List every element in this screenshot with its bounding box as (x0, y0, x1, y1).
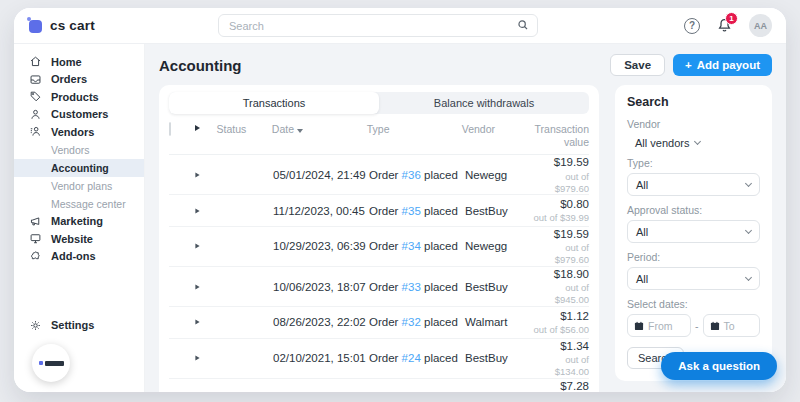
content-header: Accounting Save + Add payout (159, 54, 772, 76)
avatar[interactable]: AA (749, 14, 772, 37)
date-from-input[interactable]: From (627, 314, 691, 337)
period-label: Period: (627, 251, 760, 263)
tabbar: Transactions Balance withdrawals (169, 92, 589, 114)
row-value-sub: out of $945.00 (529, 282, 589, 306)
row-value-sub: out of $39.99 (529, 212, 589, 224)
sidebar-item-orders[interactable]: Orders (14, 71, 144, 89)
type-select[interactable]: All (627, 173, 760, 196)
order-link[interactable]: #36 (402, 169, 421, 181)
row-type: Order #35 placed (369, 205, 465, 217)
col-date[interactable]: Date (272, 123, 367, 135)
col-type[interactable]: Type (367, 123, 462, 135)
marketing-icon (28, 215, 42, 228)
save-button[interactable]: Save (610, 54, 665, 76)
table-row[interactable]: 05/01/2024, 21:49 Order #36 placed Neweg… (169, 155, 589, 195)
row-value: $7.28 (529, 379, 589, 392)
ask-a-question-button[interactable]: Ask a question (661, 352, 777, 380)
settings-gear-icon (28, 319, 42, 332)
sidebar-item-vendors[interactable]: Vendors (14, 123, 144, 141)
expand-row-icon[interactable] (195, 356, 199, 361)
table-row[interactable]: 08/26/2023, 22:02 Order #32 placed Walma… (169, 307, 589, 339)
approval-status-label: Approval status: (627, 204, 760, 216)
sidebar-item-website[interactable]: Website (14, 230, 144, 248)
badge-logo-bar (45, 361, 64, 366)
dates-separator: - (695, 320, 699, 332)
col-status[interactable]: Status (216, 123, 271, 135)
tab-balance-withdrawals[interactable]: Balance withdrawals (379, 92, 589, 114)
row-value: $19.59 (529, 155, 589, 169)
vendors-icon (28, 125, 42, 138)
sidebar-item-products[interactable]: Products (14, 88, 144, 106)
expand-row-icon[interactable] (195, 244, 199, 249)
row-value: $18.90 (529, 267, 589, 281)
sidebar-item-label: Settings (51, 319, 94, 331)
add-payout-button[interactable]: + Add payout (673, 54, 772, 76)
row-date: 02/10/2021, 15:01 (273, 352, 369, 364)
table-row[interactable]: 10/29/2023, 06:39 Order #34 placed Neweg… (169, 227, 589, 267)
vendor-dropdown[interactable]: All vendors (627, 137, 760, 149)
col-vendor[interactable]: Vendor (462, 123, 525, 135)
expand-row-icon[interactable] (195, 208, 199, 213)
row-type: Order #24 placed (369, 352, 465, 364)
badge-logo-icon (39, 361, 43, 365)
date-to-input[interactable]: To (703, 314, 760, 337)
row-date: 08/26/2023, 22:02 (273, 316, 369, 328)
table-row[interactable]: 11/12/2023, 00:45 Order #35 placed BestB… (169, 195, 589, 227)
order-link[interactable]: #35 (402, 205, 421, 217)
sidebar-item-label: Vendors (51, 126, 94, 138)
search-panel-title: Search (627, 95, 760, 109)
transactions-card: Transactions Balance withdrawals Status … (159, 85, 599, 392)
cs-cart-logo[interactable]: cs cart (28, 18, 218, 33)
row-value: $0.80 (529, 197, 589, 211)
col-transaction-value[interactable]: Transaction value (525, 123, 589, 149)
sidebar-subitem-message-center[interactable]: Message center (14, 195, 144, 213)
expand-row-icon[interactable] (195, 172, 199, 177)
table-row[interactable]: 02/10/2021, 15:01 Order #24 placed BestB… (169, 339, 589, 379)
order-link[interactable]: #34 (402, 240, 421, 252)
sidebar-item-marketing[interactable]: Marketing (14, 213, 144, 231)
sidebar-item-home[interactable]: Home (14, 53, 144, 71)
select-dates-label: Select dates: (627, 298, 760, 310)
sidebar: Home Orders Products (14, 44, 145, 392)
sidebar-subitem-accounting[interactable]: Accounting (14, 159, 144, 177)
calendar-icon (710, 321, 720, 331)
select-all-checkbox[interactable] (169, 122, 171, 136)
row-vendor: BestBuy (465, 352, 529, 364)
order-link[interactable]: #24 (402, 352, 421, 364)
sidebar-item-label: Customers (51, 108, 108, 120)
page-title: Accounting (159, 57, 242, 74)
order-link[interactable]: #33 (402, 281, 421, 293)
period-select[interactable]: All (627, 267, 760, 290)
sidebar-item-addons[interactable]: Add-ons (14, 248, 144, 266)
sidebar-item-label: Products (51, 91, 99, 103)
table-row[interactable]: 10/06/2023, 18:07 Order #33 placed BestB… (169, 267, 589, 307)
notifications-button[interactable]: 1 (716, 17, 733, 34)
sidebar-item-settings[interactable]: Settings (14, 317, 144, 335)
row-type: Order #33 placed (369, 281, 465, 293)
home-icon (28, 55, 42, 68)
calendar-icon (634, 321, 644, 331)
approval-status-select[interactable]: All (627, 220, 760, 243)
tab-transactions[interactable]: Transactions (169, 92, 379, 114)
orders-icon (28, 73, 42, 86)
expand-row-icon[interactable] (195, 320, 199, 325)
sidebar-item-customers[interactable]: Customers (14, 106, 144, 124)
row-vendor: Newegg (465, 240, 529, 252)
row-value: $19.59 (529, 227, 589, 241)
customers-icon (28, 108, 42, 121)
marketplace-badge[interactable] (32, 344, 70, 382)
row-type: Order #36 placed (369, 169, 465, 181)
help-icon[interactable]: ? (684, 18, 700, 34)
row-date: 11/12/2023, 00:45 (273, 205, 369, 217)
sidebar-subitem-vendors[interactable]: Vendors (14, 141, 144, 159)
expand-all-icon[interactable] (195, 125, 200, 131)
plus-icon: + (685, 59, 692, 71)
addons-icon (28, 250, 42, 263)
expand-row-icon[interactable] (195, 284, 199, 289)
chevron-down-icon (745, 226, 752, 233)
search-input[interactable] (218, 14, 538, 37)
sidebar-subitem-vendor-plans[interactable]: Vendor plans (14, 177, 144, 195)
table-row[interactable]: 08/23/2019, 13:45 Order #8 placed Adoram… (169, 379, 589, 392)
order-link[interactable]: #32 (402, 316, 421, 328)
search-icon (516, 18, 530, 32)
